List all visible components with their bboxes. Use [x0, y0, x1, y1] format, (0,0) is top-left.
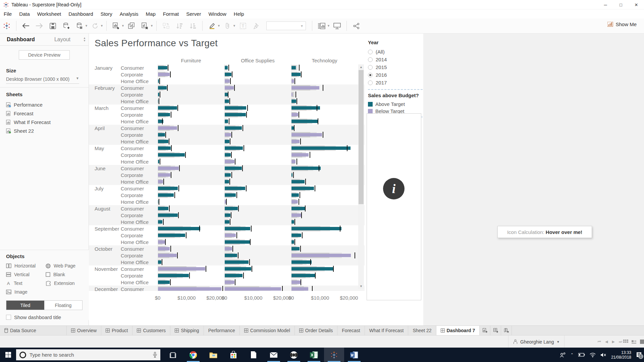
sales-bar[interactable] — [158, 220, 162, 224]
sales-bar[interactable] — [158, 187, 178, 190]
sales-bar[interactable] — [158, 173, 170, 177]
menu-data[interactable]: Data — [15, 9, 34, 18]
sales-bar[interactable] — [158, 274, 189, 277]
sales-bar[interactable] — [291, 254, 351, 257]
menu-file[interactable]: File — [0, 9, 15, 18]
sales-bar[interactable] — [291, 247, 300, 250]
radio-icon[interactable] — [368, 80, 373, 85]
sales-bar[interactable] — [158, 93, 159, 96]
vertical-scrollbar[interactable]: ▲ ▼ — [358, 64, 364, 289]
sheet-item-what-if-forecast[interactable]: What If Forecast — [6, 118, 89, 126]
sheet-tab-overview[interactable]: Overview — [67, 326, 101, 335]
year-option-2016[interactable]: 2016 — [368, 71, 423, 79]
tab-layout[interactable]: Layout — [42, 34, 83, 46]
first-sheet-icon[interactable]: ⏮ — [598, 340, 601, 344]
sheet-tab-order-details[interactable]: Order Details — [295, 326, 337, 335]
pause-updates-icon[interactable] — [74, 20, 85, 32]
sheet-item-forecast[interactable]: Forecast — [6, 109, 89, 118]
dropdown-caret-icon[interactable]: ▼ — [85, 24, 88, 27]
fit-dropdown[interactable]: ▼ — [266, 21, 306, 30]
menu-worksheet[interactable]: Worksheet — [34, 9, 65, 18]
sales-bar[interactable] — [291, 187, 314, 190]
sales-bar[interactable] — [291, 86, 319, 89]
year-option-all[interactable]: (All) — [368, 48, 423, 56]
sales-bar[interactable] — [291, 140, 300, 143]
sales-bar[interactable] — [158, 66, 167, 69]
menu-map[interactable]: Map — [142, 9, 159, 18]
taskbar-clock[interactable]: 13:33 21/08/2018 — [611, 350, 631, 360]
close-button[interactable]: ✕ — [629, 0, 644, 9]
sales-bar[interactable] — [225, 133, 231, 136]
sales-bar[interactable] — [291, 180, 305, 183]
sales-bar[interactable] — [291, 146, 351, 150]
sheet-tab-performance[interactable]: Performance — [204, 326, 240, 335]
sales-bar[interactable] — [225, 234, 236, 237]
tableau-logo-icon[interactable] — [1, 20, 12, 32]
start-button[interactable] — [0, 348, 16, 362]
sales-bar[interactable] — [225, 100, 229, 103]
taskbar-app-file-explorer-icon[interactable] — [203, 348, 223, 362]
sheet-tab-data-source[interactable]: Data Source — [0, 326, 67, 335]
taskbar-search-input[interactable]: Type here to search — [16, 349, 160, 360]
sales-bar[interactable] — [225, 93, 228, 96]
minimize-button[interactable]: ─ — [598, 0, 613, 9]
object-horizontal[interactable]: Horizontal — [6, 262, 46, 269]
sales-bar[interactable] — [291, 160, 296, 163]
sales-bar[interactable] — [225, 140, 229, 143]
presentation-icon[interactable] — [331, 20, 343, 32]
sales-bar[interactable] — [158, 100, 158, 103]
show-dashboard-title-checkbox[interactable] — [6, 315, 11, 320]
sales-bar[interactable] — [158, 146, 171, 150]
sales-bar[interactable] — [225, 167, 242, 170]
sales-bar[interactable] — [225, 120, 228, 123]
sales-bar[interactable] — [291, 240, 294, 244]
sheet-tab-product[interactable]: Product — [101, 326, 132, 335]
sales-bar[interactable] — [291, 274, 315, 277]
sales-bar[interactable] — [158, 260, 161, 264]
sales-bar[interactable] — [291, 227, 341, 230]
next-sheet-icon[interactable]: ▶ — [612, 340, 614, 344]
sales-bar[interactable] — [225, 260, 249, 264]
sales-bar[interactable] — [225, 66, 228, 69]
sales-bar[interactable] — [225, 247, 232, 250]
sales-bar[interactable] — [291, 267, 334, 270]
sales-bar[interactable] — [158, 126, 177, 130]
radio-icon[interactable] — [368, 50, 373, 54]
sales-bar[interactable] — [158, 287, 221, 291]
sheet-tab-forecast[interactable]: Forecast — [337, 326, 365, 335]
floating-button[interactable]: Floating — [44, 301, 82, 310]
sales-bar[interactable] — [225, 187, 245, 190]
sales-bar[interactable] — [291, 106, 320, 110]
radio-icon[interactable] — [368, 73, 373, 77]
sales-bar[interactable] — [291, 207, 306, 210]
sales-bar[interactable] — [225, 240, 250, 244]
device-preview-button[interactable]: Device Preview — [19, 50, 70, 60]
wifi-icon[interactable] — [590, 353, 596, 357]
single-sheet-view-icon[interactable] — [640, 340, 644, 344]
sales-bar[interactable] — [291, 260, 312, 264]
icon-calculation-zone[interactable]: i — [367, 113, 421, 300]
show-me-button[interactable]: Show Me — [607, 21, 637, 27]
sheet-tab-dashboard-7[interactable]: Dashboard 7 — [436, 326, 480, 335]
dropdown-caret-icon[interactable]: ▼ — [327, 24, 330, 27]
year-option-2017[interactable]: 2017 — [368, 79, 423, 86]
sales-bar[interactable] — [158, 207, 168, 210]
add-data-icon[interactable] — [60, 20, 72, 32]
notification-center-icon[interactable]: 1 — [636, 352, 642, 358]
battery-icon[interactable] — [578, 353, 585, 357]
sales-bar[interactable] — [291, 93, 292, 96]
tiled-button[interactable]: Tiled — [6, 301, 44, 310]
sales-bar[interactable] — [158, 79, 159, 83]
sales-bar[interactable] — [158, 200, 158, 203]
clear-sheet-icon[interactable] — [139, 20, 151, 32]
sales-bar[interactable] — [158, 86, 167, 89]
sheet-tab-shipping[interactable]: Shipping — [170, 326, 204, 335]
sales-bar[interactable] — [291, 173, 292, 177]
sales-bar[interactable] — [225, 220, 229, 224]
sales-bar[interactable] — [291, 100, 296, 103]
sales-bar[interactable] — [225, 207, 238, 210]
save-icon[interactable] — [47, 20, 58, 32]
sales-bar[interactable] — [291, 200, 298, 203]
sheet-tab-sheet-22[interactable]: Sheet 22 — [408, 326, 436, 335]
sales-bar[interactable] — [158, 106, 177, 110]
